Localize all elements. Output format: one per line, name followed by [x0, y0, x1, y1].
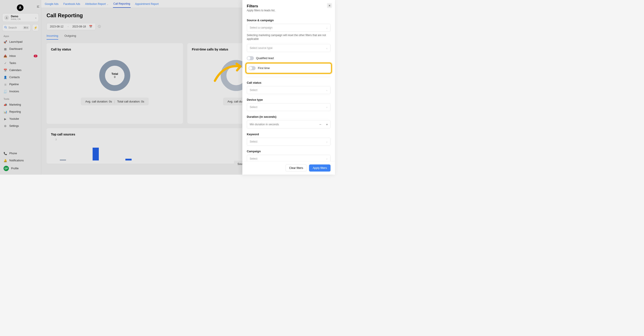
apply-filters-button[interactable]: Apply filters — [309, 164, 330, 172]
select-placeholder: Select — [250, 157, 258, 160]
close-icon: ✕ — [328, 4, 331, 7]
call-status-label: Call status — [247, 81, 330, 84]
chevron-down-icon: ⌄ — [326, 89, 328, 91]
chevron-down-icon: ⌄ — [326, 140, 328, 143]
decrement-button[interactable]: − — [317, 120, 324, 128]
chevron-down-icon: ⌄ — [326, 106, 328, 108]
select-keyword[interactable]: Select ⌄ — [247, 138, 330, 146]
select-placeholder: Select — [250, 88, 258, 92]
close-button[interactable]: ✕ — [327, 3, 332, 8]
select-placeholder: Select source type — [250, 46, 272, 49]
campaign-help-text: Selecting marketing campaign will reset … — [247, 33, 330, 41]
toggle-switch[interactable] — [247, 56, 254, 60]
select-placeholder: Select — [250, 106, 258, 109]
clear-filters-button[interactable]: Clear filters — [285, 164, 307, 172]
device-type-label: Device type — [247, 98, 330, 101]
duration-label: Duration (in seconds) — [247, 115, 330, 118]
plus-icon: + — [326, 122, 328, 126]
keyword-label: Keyword — [247, 133, 330, 136]
select-campaign[interactable]: Select a campaign ⌄ — [247, 24, 330, 32]
campaign-label: Campaign — [247, 150, 330, 153]
filters-subtitle: Apply filters to leads list. — [247, 9, 330, 12]
select-source-type[interactable]: Select source type ⌄ — [247, 44, 330, 52]
minus-icon: − — [320, 122, 322, 126]
chevron-down-icon: ⌄ — [326, 26, 328, 29]
highlight-first-time: First time — [246, 63, 332, 74]
source-campaign-label: Source & campaign — [247, 18, 330, 22]
filters-panel: ✕ Filters Apply filters to leads list. S… — [242, 0, 335, 175]
duration-field[interactable] — [247, 121, 317, 128]
select-call-status[interactable]: Select ⌄ — [247, 86, 330, 94]
toggle-qualified-lead[interactable]: Qualified lead — [247, 55, 330, 61]
duration-input[interactable]: − + — [247, 120, 330, 129]
chevron-down-icon: ⌄ — [326, 157, 328, 160]
toggle-label: Qualified lead — [256, 56, 274, 60]
filters-title: Filters — [247, 4, 330, 8]
select-placeholder: Select a campaign — [250, 26, 272, 29]
toggle-first-time[interactable]: First time — [248, 65, 329, 71]
increment-button[interactable]: + — [324, 120, 330, 128]
select-placeholder: Select — [250, 140, 258, 143]
toggle-label: First time — [258, 66, 270, 70]
chevron-down-icon: ⌄ — [326, 47, 328, 49]
toggle-switch[interactable] — [248, 66, 256, 70]
select-device-type[interactable]: Select ⌄ — [247, 103, 330, 111]
select-campaign-filter[interactable]: Select ⌄ — [247, 155, 330, 161]
